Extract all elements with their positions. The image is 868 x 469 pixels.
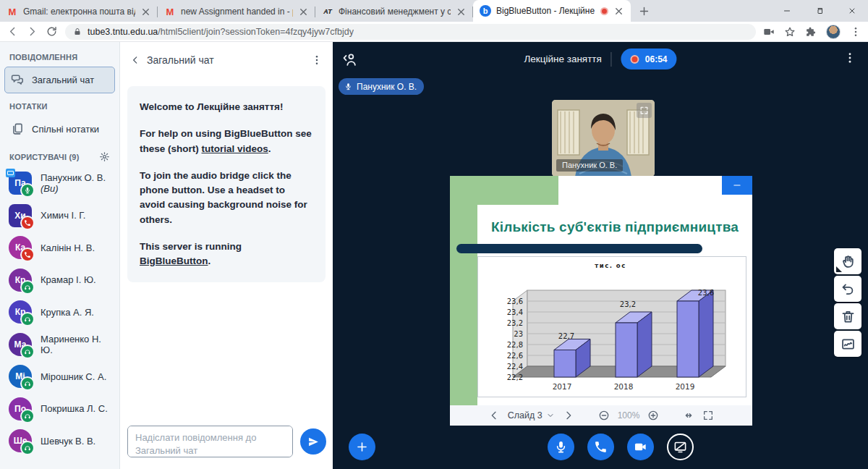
sidebar-item-label: Загальний чат xyxy=(32,75,94,85)
user-list-item[interactable]: ХиХимич І. Г. xyxy=(0,200,119,232)
presenter-badge-icon xyxy=(6,169,15,177)
meeting-options-icon[interactable] xyxy=(843,51,856,64)
previous-slide-button[interactable] xyxy=(488,410,500,421)
profile-avatar[interactable] xyxy=(826,25,841,39)
minimize-presentation-button[interactable] xyxy=(722,176,752,195)
av-controls xyxy=(548,434,694,460)
next-slide-button[interactable] xyxy=(563,410,574,421)
tab-gmail-2[interactable]: M new Assignment handed in - pan xyxy=(158,1,315,22)
user-list-item[interactable]: ШеШевчук В. В. xyxy=(0,425,119,457)
zoom-in-button[interactable] xyxy=(647,410,659,421)
webcam-expand-icon[interactable] xyxy=(637,103,652,118)
presentation-area: Кількість суб'єктів підприємництва 23,62… xyxy=(450,176,752,426)
user-avatar: Ка xyxy=(9,236,32,259)
tab-close-icon[interactable] xyxy=(140,7,151,17)
actions-plus-button[interactable] xyxy=(349,434,375,460)
mic-icon xyxy=(554,440,568,454)
address-bar[interactable]: tube3.tntu.edu.ua/html5client/join?sessi… xyxy=(65,24,756,40)
lock-icon[interactable] xyxy=(73,28,82,36)
tab-recording-dot xyxy=(600,7,608,15)
user-name: Мариненко Н. Ю. xyxy=(41,334,111,355)
svg-text:2019: 2019 xyxy=(676,382,695,391)
whiteboard-icon xyxy=(841,337,856,352)
trash-icon xyxy=(841,309,856,324)
reload-button[interactable] xyxy=(46,25,58,38)
tab-gmail-1[interactable]: M Gmail: електронна пошта від Go xyxy=(0,1,158,22)
chat-back-icon[interactable] xyxy=(130,55,140,65)
chat-options-icon[interactable] xyxy=(311,54,323,66)
clear-annotations-button[interactable] xyxy=(834,303,861,329)
user-name: Мірошник С. А. xyxy=(41,371,106,382)
window-minimize-button[interactable] xyxy=(770,0,803,22)
back-button[interactable] xyxy=(7,25,19,38)
mic-icon xyxy=(344,83,352,90)
headphones-badge-icon xyxy=(20,409,35,423)
user-list-item[interactable]: МіМірошник С. А. xyxy=(0,360,119,393)
window-restore-button[interactable] xyxy=(803,0,835,22)
new-tab-button[interactable] xyxy=(638,5,650,17)
tab-title: Фінансовий менеджмент у сфер xyxy=(339,7,451,17)
user-name: Калінін Н. В. xyxy=(41,242,95,253)
user-list-item[interactable]: КаКалінін Н. В. xyxy=(0,232,119,264)
slide-selector[interactable]: Слайд 3 xyxy=(508,410,555,421)
tab-close-icon[interactable] xyxy=(613,6,624,17)
user-avatar: Кр xyxy=(9,269,32,292)
meeting-title-group: Лекційне заняття 06:54 xyxy=(524,48,676,69)
slide-number-label: Слайд 3 xyxy=(508,410,542,421)
svg-text:23,2: 23,2 xyxy=(620,300,636,308)
tab-bigbluebutton-active[interactable]: b BigBlueButton - Лекційне за xyxy=(473,0,631,22)
forward-button[interactable] xyxy=(26,25,38,38)
recording-indicator[interactable]: 06:54 xyxy=(621,48,677,69)
tab-close-icon[interactable] xyxy=(298,7,309,17)
public-chat-panel: Загальний чат Welcome to Лекційне занятт… xyxy=(119,42,333,469)
user-list-item[interactable]: МаМариненко Н. Ю. xyxy=(0,329,119,361)
svg-text:22,7: 22,7 xyxy=(558,332,574,340)
leave-audio-button[interactable] xyxy=(587,434,614,460)
browser-menu-icon[interactable] xyxy=(850,26,861,38)
window-controls xyxy=(770,0,868,22)
fit-width-button[interactable] xyxy=(683,410,694,421)
extensions-icon[interactable] xyxy=(805,26,817,38)
tab-finance[interactable]: AT Фінансовий менеджмент у сфер xyxy=(315,1,473,22)
user-list-item[interactable]: КрКрамар І. Ю. xyxy=(0,264,119,297)
camera-in-use-icon[interactable] xyxy=(763,26,775,38)
talking-indicator[interactable]: Панухник О. В. xyxy=(339,78,424,95)
hand-tool-button[interactable] xyxy=(834,248,861,274)
toggle-userlist-icon[interactable] xyxy=(341,51,359,67)
zoom-out-button[interactable] xyxy=(598,410,610,421)
undo-annotation-button[interactable] xyxy=(834,276,861,302)
chat-icon xyxy=(11,73,25,87)
user-list-item[interactable]: КрКрупка А. Я. xyxy=(0,296,119,329)
bigbluebutton-link[interactable]: BigBlueButton xyxy=(140,255,208,266)
phone-badge-icon xyxy=(20,248,35,262)
mute-microphone-button[interactable] xyxy=(548,434,574,460)
sidebar-item-public-chat[interactable]: Загальний чат xyxy=(4,67,115,93)
main-area: Лекційне заняття 06:54 Панухник О. В. xyxy=(333,42,868,469)
webcam-video: Панухник О. В. xyxy=(552,100,655,177)
users-settings-gear-icon[interactable] xyxy=(99,151,110,162)
bookmark-star-icon[interactable] xyxy=(784,26,796,38)
svg-text:2018: 2018 xyxy=(614,382,634,391)
videocam-icon xyxy=(634,440,647,454)
send-icon xyxy=(307,436,320,448)
hand-icon xyxy=(841,254,856,269)
svg-text:23,4: 23,4 xyxy=(507,308,523,316)
svg-text:тис. ос: тис. ос xyxy=(595,262,626,269)
user-avatar: Мі xyxy=(9,365,32,388)
window-close-button[interactable] xyxy=(835,0,868,22)
sidebar: ПОВІДОМЛЕННЯ Загальний чат НОТАТКИ Спіль… xyxy=(0,42,119,469)
screenshare-button[interactable] xyxy=(667,434,694,460)
webcam-share-button[interactable] xyxy=(627,434,654,460)
chat-input-row xyxy=(127,426,326,457)
multi-user-whiteboard-button[interactable] xyxy=(834,331,861,357)
chat-message-input[interactable] xyxy=(127,426,293,457)
sidebar-item-shared-notes[interactable]: Спільні нотатки xyxy=(4,116,115,143)
tab-close-icon[interactable] xyxy=(456,7,467,17)
user-list-item[interactable]: ПаПанухник О. В. (Ви) xyxy=(0,167,119,200)
whiteboard-toolbar xyxy=(834,248,861,357)
fullscreen-button[interactable] xyxy=(702,410,714,421)
tutorial-videos-link[interactable]: tutorial videos xyxy=(202,143,268,154)
send-message-button[interactable] xyxy=(300,428,326,455)
chat-header: Загальний чат xyxy=(120,42,333,72)
user-list-item[interactable]: ПоПокришка Л. С. xyxy=(0,393,119,426)
